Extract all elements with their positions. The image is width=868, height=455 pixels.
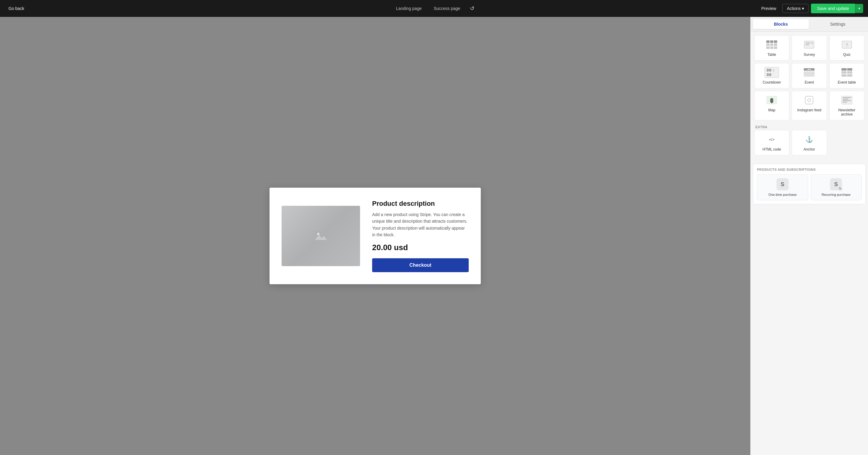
- block-newsletter-label: Newsletter archive: [832, 108, 862, 117]
- block-map[interactable]: Map: [754, 91, 789, 120]
- survey-icon: [802, 39, 816, 50]
- right-panel: Blocks Settings Table: [750, 17, 868, 455]
- extra-section-label: EXTRA: [754, 123, 864, 130]
- nav-right-actions: Preview Actions ▾ Save and update ▾: [757, 4, 863, 13]
- tab-landing-page[interactable]: Landing page: [391, 4, 427, 13]
- block-survey[interactable]: Survey: [792, 35, 827, 61]
- block-survey-label: Survey: [804, 53, 815, 57]
- block-html-label: HTML code: [763, 147, 781, 152]
- block-html-code[interactable]: </> HTML code: [754, 130, 789, 155]
- event-table-icon: [840, 67, 854, 78]
- block-countdown[interactable]: 00 : 00 Countdown: [754, 63, 789, 88]
- product-info: Product description Add a new product us…: [372, 200, 469, 272]
- checkout-button[interactable]: Checkout: [372, 258, 469, 272]
- product-image-placeholder-icon: [315, 231, 327, 241]
- save-button[interactable]: Save and update: [811, 4, 855, 13]
- block-anchor[interactable]: ⚓ Anchor: [792, 130, 827, 155]
- recurring-badge-icon: ↻: [838, 186, 843, 191]
- recurring-label: Recurring purchase: [822, 193, 850, 196]
- block-table-label: Table: [768, 53, 776, 57]
- svg-rect-4: [806, 42, 810, 43]
- anchor-icon: ⚓: [802, 134, 816, 145]
- blocks-row-2: 00 : 00 Countdown Event: [754, 63, 864, 88]
- one-time-stripe-icon: S: [777, 178, 788, 190]
- svg-point-1: [317, 233, 320, 235]
- tab-settings[interactable]: Settings: [810, 19, 866, 29]
- blocks-row-3: Map Instagram feed: [754, 91, 864, 120]
- go-back-button[interactable]: Go back: [5, 4, 28, 13]
- block-map-label: Map: [768, 108, 775, 112]
- products-section-title: PRODUCTS AND SUBSCRIPTIONS: [757, 168, 862, 171]
- block-newsletter[interactable]: Newsletter archive: [829, 91, 864, 120]
- one-time-label: One-time purchase: [768, 193, 797, 196]
- instagram-icon: [802, 95, 816, 106]
- block-table[interactable]: Table: [754, 35, 789, 61]
- history-button[interactable]: ↺: [467, 4, 477, 13]
- block-instagram[interactable]: Instagram feed: [792, 91, 827, 120]
- preview-button[interactable]: Preview: [757, 4, 780, 13]
- products-subscriptions-section: PRODUCTS AND SUBSCRIPTIONS S One-time pu…: [753, 164, 866, 204]
- product-price: 20.00 usd: [372, 243, 469, 252]
- event-icon: [802, 67, 816, 78]
- block-event[interactable]: Event: [792, 63, 827, 88]
- block-event-table-label: Event table: [838, 80, 856, 85]
- recurring-stripe-icon: S ↻: [830, 178, 842, 190]
- block-instagram-label: Instagram feed: [797, 108, 821, 112]
- block-quiz[interactable]: ? Quiz: [829, 35, 864, 61]
- products-grid: S One-time purchase S ↻ Recurring purcha…: [757, 174, 862, 200]
- block-anchor-label: Anchor: [803, 147, 815, 152]
- block-recurring-purchase[interactable]: S ↻ Recurring purchase: [811, 174, 862, 200]
- newsletter-icon: [840, 95, 854, 106]
- nav-tabs: Landing page Success page ↺: [391, 4, 477, 13]
- blocks-row-1: Table Survey: [754, 35, 864, 61]
- tab-success-page[interactable]: Success page: [429, 4, 465, 13]
- product-card: Product description Add a new product us…: [270, 188, 481, 285]
- map-icon: [765, 95, 779, 106]
- actions-chevron-icon: ▾: [802, 6, 804, 11]
- block-quiz-label: Quiz: [843, 53, 850, 57]
- svg-point-6: [811, 42, 813, 44]
- product-image: [282, 206, 360, 266]
- tab-blocks[interactable]: Blocks: [753, 19, 809, 29]
- main-layout: Product description Add a new product us…: [0, 17, 868, 455]
- svg-text:?: ?: [846, 42, 848, 47]
- block-event-label: Event: [805, 80, 814, 85]
- block-event-table[interactable]: Event table: [829, 63, 864, 88]
- actions-label: Actions: [787, 6, 801, 11]
- top-navigation: Go back Landing page Success page ↺ Prev…: [0, 0, 868, 17]
- save-button-group: Save and update ▾: [811, 4, 863, 13]
- block-one-time-purchase[interactable]: S One-time purchase: [757, 174, 808, 200]
- blocks-section: Table Survey: [751, 32, 868, 161]
- block-countdown-label: Countdown: [763, 80, 781, 85]
- panel-tabs: Blocks Settings: [751, 17, 868, 32]
- countdown-icon: 00 : 00: [765, 67, 779, 78]
- svg-rect-5: [806, 44, 809, 45]
- product-title: Product description: [372, 200, 469, 207]
- product-description: Add a new product using Stripe. You can …: [372, 211, 469, 238]
- actions-button[interactable]: Actions ▾: [782, 4, 809, 13]
- html-code-icon: </>: [765, 134, 779, 145]
- blocks-extra-row: </> HTML code ⚓ Anchor: [754, 130, 864, 155]
- quiz-icon: ?: [840, 39, 854, 50]
- table-icon: [765, 39, 779, 50]
- save-dropdown-button[interactable]: ▾: [855, 4, 863, 13]
- canvas-area: Product description Add a new product us…: [0, 17, 750, 455]
